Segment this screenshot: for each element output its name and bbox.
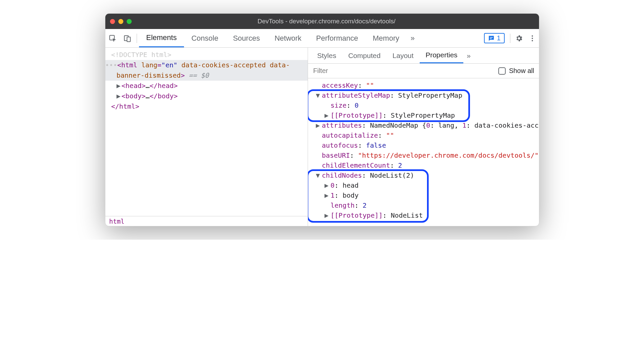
prop-childnodes-1[interactable]: ▶1: body — [313, 190, 539, 200]
prop-childelementcount[interactable]: childElementCount: 2 — [313, 160, 539, 170]
expand-triangle-icon[interactable]: ▶ — [316, 120, 320, 130]
breadcrumb-item[interactable]: html — [109, 218, 125, 225]
tab-memory[interactable]: Memory — [365, 29, 406, 47]
prop-childnodes-length[interactable]: length: 2 — [313, 200, 539, 210]
prop-prototype[interactable]: ▶[[Prototype]]: StylePropertyMap — [313, 110, 539, 120]
tab-performance[interactable]: Performance — [309, 29, 365, 47]
prop-attributestylemap[interactable]: ▼attributeStyleMap: StylePropertyMap — [313, 90, 539, 100]
svg-rect-2 — [127, 37, 130, 42]
inspect-element-icon[interactable] — [105, 29, 120, 47]
svg-point-7 — [532, 40, 533, 41]
gear-icon — [515, 34, 523, 42]
prop-attributes[interactable]: ▶attributes: NamedNodeMap {0: lang, 1: d… — [313, 120, 539, 130]
prop-accesskey[interactable]: accessKey: "" — [313, 80, 539, 90]
filter-row: Show all — [308, 64, 539, 78]
more-options-button[interactable] — [526, 34, 539, 42]
tab-sources[interactable]: Sources — [226, 29, 267, 47]
main-tabs: Elements Console Sources Network Perform… — [139, 29, 419, 47]
tab-network[interactable]: Network — [267, 29, 309, 47]
svg-point-5 — [532, 35, 533, 37]
expand-triangle-icon[interactable]: ▶ — [325, 210, 329, 220]
settings-button[interactable] — [512, 34, 526, 42]
device-toggle-icon[interactable] — [120, 29, 135, 47]
devtools-window: DevTools - developer.chrome.com/docs/dev… — [105, 13, 539, 226]
prop-childnodes-0[interactable]: ▶0: head — [313, 180, 539, 190]
subtab-computed[interactable]: Computed — [342, 48, 387, 63]
devtools-toolbar: Elements Console Sources Network Perform… — [105, 29, 539, 48]
close-window-button[interactable] — [110, 19, 115, 24]
breadcrumb[interactable]: html — [105, 216, 308, 226]
sidebar-panel: Styles Computed Layout Properties » Show… — [308, 48, 539, 226]
tab-elements[interactable]: Elements — [139, 29, 184, 47]
more-tabs-button[interactable]: » — [407, 29, 419, 47]
svg-rect-3 — [490, 37, 493, 38]
minimize-window-button[interactable] — [118, 19, 123, 24]
prop-childnodes[interactable]: ▼childNodes: NodeList(2) — [313, 170, 539, 180]
window-controls — [110, 19, 132, 24]
toolbar-divider — [137, 34, 137, 43]
head-element-node[interactable]: ▶<head>…</head> — [105, 81, 308, 91]
more-subtabs-button[interactable]: » — [463, 48, 474, 63]
sidebar-tabs: Styles Computed Layout Properties » — [308, 48, 539, 64]
doctype-node[interactable]: <!DOCTYPE html> — [111, 51, 172, 59]
expand-triangle-icon[interactable]: ▶ — [325, 110, 329, 120]
toolbar-divider — [510, 34, 510, 43]
content-area: <!DOCTYPE html> •••<html lang="en" data-… — [105, 48, 539, 226]
dom-tree[interactable]: <!DOCTYPE html> •••<html lang="en" data-… — [105, 48, 308, 216]
html-close-node[interactable]: </html> — [105, 101, 308, 112]
titlebar: DevTools - developer.chrome.com/docs/dev… — [105, 14, 539, 29]
zoom-window-button[interactable] — [127, 19, 132, 24]
chat-icon — [488, 35, 495, 42]
show-all-label: Show all — [509, 67, 534, 75]
elements-panel: <!DOCTYPE html> •••<html lang="en" data-… — [105, 48, 308, 226]
show-all-checkbox[interactable] — [498, 67, 506, 75]
prop-autocapitalize[interactable]: autocapitalize: "" — [313, 130, 539, 140]
body-element-node[interactable]: ▶<body>…</body> — [105, 91, 308, 101]
expand-triangle-icon[interactable]: ▶ — [325, 190, 329, 200]
expand-triangle-icon[interactable]: ▶ — [117, 81, 122, 91]
collapse-triangle-icon[interactable]: ▼ — [316, 90, 320, 100]
prop-childnodes-prototype[interactable]: ▶[[Prototype]]: NodeList — [313, 210, 539, 220]
collapse-triangle-icon[interactable]: ▼ — [316, 170, 320, 180]
properties-filter-input[interactable] — [313, 67, 498, 75]
html-element-node[interactable]: •••<html lang="en" data-cookies-accepted… — [105, 60, 308, 70]
expand-triangle-icon[interactable]: ▶ — [117, 91, 122, 101]
subtab-properties[interactable]: Properties — [420, 48, 464, 63]
svg-point-6 — [532, 38, 533, 39]
tab-console[interactable]: Console — [184, 29, 226, 47]
subtab-styles[interactable]: Styles — [311, 48, 342, 63]
subtab-layout[interactable]: Layout — [387, 48, 420, 63]
properties-list[interactable]: accessKey: "" ▼attributeStyleMap: StyleP… — [308, 78, 539, 220]
prop-size[interactable]: size: 0 — [313, 100, 539, 110]
issues-button[interactable]: 1 — [484, 33, 504, 43]
window-title: DevTools - developer.chrome.com/docs/dev… — [136, 18, 534, 25]
expand-triangle-icon[interactable]: ▶ — [325, 180, 329, 190]
svg-rect-4 — [490, 38, 492, 39]
prop-autofocus[interactable]: autofocus: false — [313, 140, 539, 150]
kebab-icon — [528, 34, 536, 42]
prop-baseuri[interactable]: baseURI: "https://developer.chrome.com/d… — [313, 150, 539, 160]
issues-count: 1 — [497, 34, 500, 42]
